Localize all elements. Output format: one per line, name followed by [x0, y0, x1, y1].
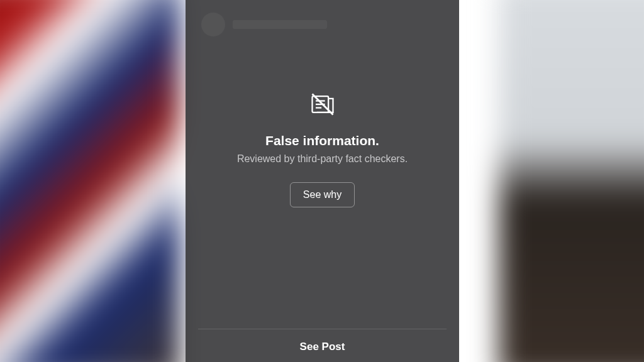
warning-subtitle: Reviewed by third-party fact checkers. — [237, 153, 408, 165]
false-info-icon — [309, 90, 336, 121]
obscured-post-header — [201, 13, 327, 36]
warning-content: False information. Reviewed by third-par… — [186, 0, 459, 329]
overlay-footer: See Post — [198, 329, 447, 362]
background-flag — [0, 0, 180, 362]
see-why-button[interactable]: See why — [290, 182, 355, 207]
obscured-name — [233, 20, 327, 29]
warning-title: False information. — [265, 133, 379, 148]
obscured-avatar — [201, 13, 225, 36]
see-post-button[interactable]: See Post — [300, 341, 345, 353]
svg-line-4 — [312, 94, 333, 114]
false-info-overlay: False information. Reviewed by third-par… — [186, 0, 459, 362]
background-person — [499, 0, 644, 362]
